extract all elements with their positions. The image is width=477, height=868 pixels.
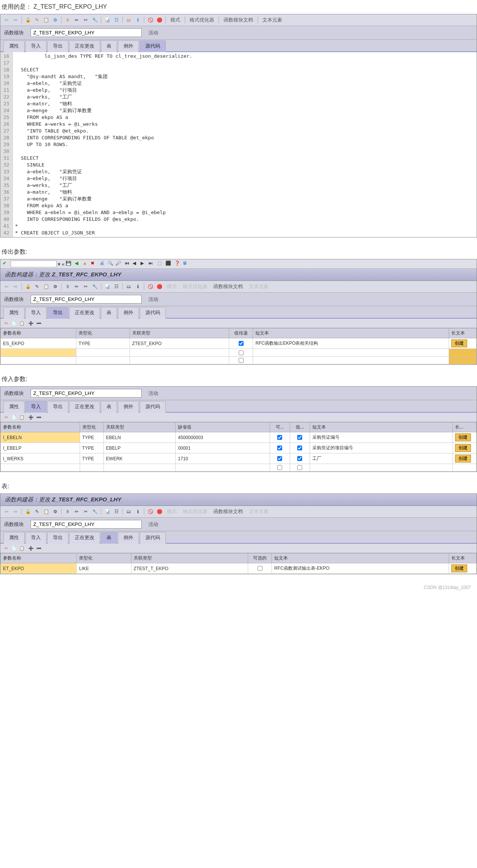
command-field[interactable]	[11, 261, 57, 267]
paste4-icon[interactable]: 📋	[19, 414, 25, 421]
back2-icon[interactable]: ◀	[75, 261, 82, 267]
code-editor[interactable]: 1617181920212223242526272829303132333435…	[0, 52, 477, 237]
cell-typing[interactable]: TYPE	[80, 453, 103, 464]
i3[interactable]: ℹ	[134, 508, 142, 515]
back-icon[interactable]: ⇦	[3, 16, 10, 24]
test-icon[interactable]: 🔧	[91, 16, 99, 24]
cut-icon[interactable]: ✂	[82, 16, 90, 24]
act-icon[interactable]: 🕯	[64, 283, 71, 290]
d3[interactable]: 🔓	[24, 508, 32, 515]
w3[interactable]: 🔧	[91, 508, 99, 515]
copy4-icon[interactable]: 📄	[11, 414, 17, 421]
active-icon[interactable]: 📋	[42, 16, 50, 24]
tab-import[interactable]: 导入	[25, 40, 46, 52]
cell-val[interactable]	[290, 453, 310, 464]
e3[interactable]: ✎	[33, 508, 41, 515]
layout-icon[interactable]: 🖥	[182, 261, 189, 267]
back-icon[interactable]: ⇦	[3, 283, 10, 290]
tab-changing4[interactable]: 正在更改	[69, 532, 100, 544]
tab-attr2[interactable]: 属性	[3, 307, 25, 319]
tab-import4[interactable]: 导入	[25, 532, 46, 544]
cell-text[interactable]: RFC函数输出EKPO表相关结构	[253, 338, 449, 349]
cut4-icon[interactable]: ✂	[3, 414, 9, 421]
cell-empty[interactable]	[1, 349, 76, 357]
tab-tables3[interactable]: 表	[101, 401, 117, 413]
tab-source2[interactable]: 源代码	[140, 307, 166, 319]
docs-button[interactable]: 函数模块文档	[221, 16, 255, 24]
check-icon[interactable]: ⚙	[51, 16, 59, 24]
cell-long[interactable]: 创建	[453, 443, 477, 453]
mode-button[interactable]: 模式	[168, 16, 182, 24]
cell-long[interactable]: 创建	[453, 432, 477, 443]
cut5-icon[interactable]: ✂	[3, 545, 9, 552]
cell-typing[interactable]: LIKE	[77, 563, 131, 574]
b4[interactable]: 🛑	[156, 508, 163, 515]
bp2-icon[interactable]: 🛑	[156, 16, 163, 24]
display2-icon[interactable]: 🔓	[24, 283, 32, 290]
tab-changing3[interactable]: 正在更改	[69, 401, 100, 413]
back3-icon[interactable]: ⇦	[3, 508, 10, 515]
del3-icon[interactable]: ➖	[36, 545, 42, 552]
fn-module-input[interactable]	[31, 28, 142, 37]
fn-input3[interactable]	[31, 389, 142, 398]
tab-import3[interactable]: 导入	[25, 401, 46, 413]
bp4-icon[interactable]: 🛑	[156, 283, 163, 290]
cell-text[interactable]: 采购凭证的项目编号	[310, 443, 452, 453]
bp3-icon[interactable]: 🚫	[147, 283, 154, 290]
tab-tables[interactable]: 表	[101, 40, 117, 52]
tab-source[interactable]: 源代码	[140, 40, 166, 52]
tab-changing[interactable]: 正在更改	[69, 40, 100, 52]
l3[interactable]: ☷	[113, 508, 120, 515]
fn-input4[interactable]	[31, 520, 142, 529]
save-icon[interactable]: 💾	[66, 261, 73, 267]
tab-export3[interactable]: 导出	[47, 401, 68, 413]
cell-typing[interactable]: TYPE	[76, 338, 130, 349]
hier-icon[interactable]: ☷	[113, 16, 120, 24]
tool-icon[interactable]: 🔧	[91, 283, 99, 290]
b3[interactable]: 🚫	[147, 508, 154, 515]
tab-exceptions[interactable]: 例外	[118, 40, 139, 52]
textelem-button[interactable]: 文本元素	[260, 16, 284, 24]
cell-text[interactable]: RFC函数测试输出表-EKPO	[272, 563, 449, 574]
tab-changing2[interactable]: 正在更改	[69, 307, 100, 319]
cell-ref[interactable]: ZTEST_EKPO	[130, 338, 229, 349]
copy5-icon[interactable]: 📄	[11, 545, 17, 552]
tab-except3[interactable]: 例外	[118, 401, 139, 413]
cell-name[interactable]: I_EBELP	[1, 443, 80, 453]
cell-name[interactable]: I_EBELN	[1, 432, 80, 443]
f3[interactable]: 🗂	[125, 508, 133, 515]
activate-icon[interactable]: 🕯	[64, 16, 71, 24]
formatter-button[interactable]: 格式优化器	[187, 16, 216, 24]
forward-icon[interactable]: ⇨	[12, 283, 19, 290]
cell-name[interactable]: ET_EKPO	[1, 563, 77, 574]
tab-attr3[interactable]: 属性	[3, 401, 25, 413]
a3[interactable]: 🕯	[64, 508, 71, 515]
copy-icon[interactable]: 📋	[42, 283, 50, 290]
g3[interactable]: ⚙	[51, 508, 59, 515]
edit-icon[interactable]: ✏	[73, 283, 80, 290]
other2-icon[interactable]: ✎	[33, 283, 41, 290]
p3[interactable]: ✏	[73, 508, 80, 515]
ins2-icon[interactable]: ➕	[28, 414, 34, 421]
cell-long[interactable]: 创建	[449, 338, 477, 349]
cell-val[interactable]	[290, 443, 310, 453]
del-icon[interactable]: ➖	[36, 320, 42, 327]
tab-source4[interactable]: 源代码	[140, 532, 166, 544]
cell-ref[interactable]: ZTEST_T_EKPO	[131, 563, 248, 574]
cut3-icon[interactable]: ✂	[3, 320, 9, 327]
last-icon[interactable]: ⏭	[148, 261, 155, 267]
i1-icon[interactable]: ℹ	[134, 283, 142, 290]
cell-pass[interactable]	[229, 338, 253, 349]
exit-icon[interactable]: ▲	[83, 261, 90, 267]
cell-ref[interactable]: EWERK	[103, 453, 176, 464]
display-icon[interactable]: 🔓	[24, 16, 32, 24]
bp1-icon[interactable]: 🚫	[147, 16, 154, 24]
t1-icon[interactable]: 🗂	[125, 283, 133, 290]
ins-icon[interactable]: ➕	[28, 320, 34, 327]
tab-except2[interactable]: 例外	[118, 307, 139, 319]
del2-icon[interactable]: ➖	[36, 414, 42, 421]
cut2-icon[interactable]: ✂	[82, 283, 90, 290]
tab-except4[interactable]: 例外	[118, 532, 139, 544]
tree-icon[interactable]: 🗂	[125, 16, 133, 24]
cell-name[interactable]: ES_EKPO	[1, 338, 76, 349]
